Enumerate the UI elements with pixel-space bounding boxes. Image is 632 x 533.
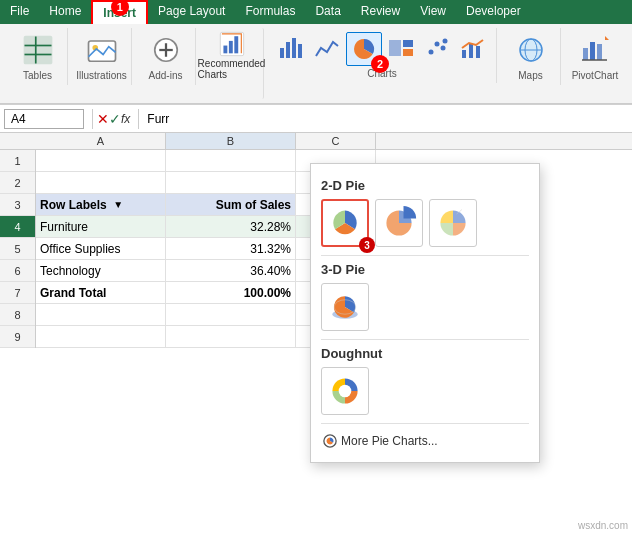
svg-rect-11 [228, 41, 232, 53]
svg-point-22 [441, 46, 446, 51]
ribbon-content: Tables Illustrations Add-i [0, 24, 632, 104]
col-header-b: B [166, 133, 296, 149]
cell-a2[interactable] [36, 172, 166, 194]
pie-2d-option-3[interactable] [429, 199, 477, 247]
svg-rect-10 [223, 46, 227, 54]
cell-a3-row-labels[interactable]: Row Labels ▼ [36, 194, 166, 216]
name-box[interactable] [4, 109, 84, 129]
charts-buttons: 2 [274, 32, 490, 66]
pie-2d-option-1[interactable]: 3 [321, 199, 369, 247]
addins-label: Add-ins [149, 70, 183, 81]
svg-rect-17 [389, 40, 401, 56]
cell-b7-grand-total-pct[interactable]: 100.00% [166, 282, 296, 304]
cell-a4-furniture[interactable]: Furniture [36, 216, 166, 238]
maps-icon [513, 32, 549, 68]
tab-view[interactable]: View [410, 0, 456, 24]
pivotchart-icon [577, 32, 613, 68]
svg-rect-24 [462, 50, 466, 58]
step1-badge: 1 [111, 0, 129, 16]
step2-badge: 2 [371, 55, 389, 73]
row-header-8: 8 [0, 304, 35, 326]
cell-a7-grand-total[interactable]: Grand Total [36, 282, 166, 304]
svg-point-37 [339, 385, 352, 398]
svg-rect-18 [403, 40, 413, 47]
tab-review[interactable]: Review [351, 0, 410, 24]
dropdown-arrow-icon[interactable]: ▼ [113, 199, 123, 210]
tab-home[interactable]: Home [39, 0, 91, 24]
tab-formulas[interactable]: Formulas [235, 0, 305, 24]
pie-2d-option-2[interactable] [375, 199, 423, 247]
ribbon-tabs: File Home Insert 1 Page Layout Formulas … [0, 0, 632, 24]
svg-point-21 [435, 42, 440, 47]
cell-a8[interactable] [36, 304, 166, 326]
row-header-4: 4 [0, 216, 35, 238]
tables-label: Tables [23, 70, 52, 81]
pie-2d-options: 3 [321, 199, 529, 247]
svg-rect-14 [286, 42, 290, 58]
pie-chart-btn[interactable]: 2 [346, 32, 382, 66]
svg-rect-25 [469, 44, 473, 58]
formula-confirm[interactable]: ✓ [109, 111, 121, 127]
ribbon-group-charts: 2 [268, 28, 497, 83]
scatter-chart-btn[interactable] [420, 32, 454, 66]
recommended-charts-btn[interactable]: RecommendedCharts [200, 28, 264, 99]
svg-rect-13 [280, 48, 284, 58]
cell-b9[interactable] [166, 326, 296, 348]
cell-b6-technology-pct[interactable]: 36.40% [166, 260, 296, 282]
svg-rect-31 [590, 42, 595, 60]
cell-b5-office-pct[interactable]: 31.32% [166, 238, 296, 260]
section-3d-pie: 3-D Pie [321, 262, 529, 277]
svg-rect-15 [292, 38, 296, 58]
col-header-c: C [296, 133, 376, 149]
cell-a1[interactable] [36, 150, 166, 172]
row-header-3: 3 [0, 194, 35, 216]
hierarchy-chart-btn[interactable] [384, 32, 418, 66]
pie-3d-option-1[interactable] [321, 283, 369, 331]
ribbon-group-tables[interactable]: Tables [8, 28, 68, 85]
row-header-7: 7 [0, 282, 35, 304]
tab-data[interactable]: Data [305, 0, 350, 24]
formula-input[interactable] [143, 112, 628, 126]
cell-b4-furniture-pct[interactable]: 32.28% [166, 216, 296, 238]
row-header-1: 1 [0, 150, 35, 172]
spreadsheet: A B C 1 2 3 4 5 6 7 8 9 [0, 133, 632, 348]
svg-rect-26 [476, 46, 480, 58]
more-pie-charts-link[interactable]: More Pie Charts... [321, 430, 529, 452]
svg-rect-4 [88, 41, 115, 61]
svg-rect-0 [24, 37, 51, 64]
svg-rect-19 [403, 49, 413, 56]
ribbon-group-pivotchart[interactable]: PivotChart [565, 28, 625, 85]
cell-a5-office-supplies[interactable]: Office Supplies [36, 238, 166, 260]
combo-chart-btn[interactable] [456, 32, 490, 66]
cell-b1[interactable] [166, 150, 296, 172]
svg-rect-32 [597, 44, 602, 60]
doughnut-options [321, 367, 529, 415]
cell-b2[interactable] [166, 172, 296, 194]
section-doughnut: Doughnut [321, 346, 529, 361]
cell-b8[interactable] [166, 304, 296, 326]
tab-insert[interactable]: Insert 1 [91, 0, 148, 24]
ribbon-group-addins[interactable]: Add-ins [136, 28, 196, 85]
formula-cancel[interactable]: ✕ [97, 111, 109, 127]
ribbon: File Home Insert 1 Page Layout Formulas … [0, 0, 632, 105]
cell-b3-sum-of-sales[interactable]: Sum of Sales [166, 194, 296, 216]
formula-fx-symbol: fx [121, 112, 130, 126]
cell-a9[interactable] [36, 326, 166, 348]
pivotchart-label: PivotChart [572, 70, 619, 81]
line-chart-btn[interactable] [310, 32, 344, 66]
cell-a6-technology[interactable]: Technology [36, 260, 166, 282]
ribbon-group-maps[interactable]: Maps [501, 28, 561, 85]
doughnut-option-1[interactable] [321, 367, 369, 415]
col-header-a: A [36, 133, 166, 149]
pie-3d-options [321, 283, 529, 331]
step3-badge: 3 [359, 237, 375, 253]
section-divider3 [321, 423, 529, 424]
bar-chart-btn[interactable] [274, 32, 308, 66]
row-header-6: 6 [0, 260, 35, 282]
svg-point-23 [443, 39, 448, 44]
ribbon-group-illustrations[interactable]: Illustrations [72, 28, 132, 85]
tab-file[interactable]: File [0, 0, 39, 24]
tab-page-layout[interactable]: Page Layout [148, 0, 235, 24]
more-pie-charts-label: More Pie Charts... [341, 434, 438, 448]
tab-developer[interactable]: Developer [456, 0, 531, 24]
